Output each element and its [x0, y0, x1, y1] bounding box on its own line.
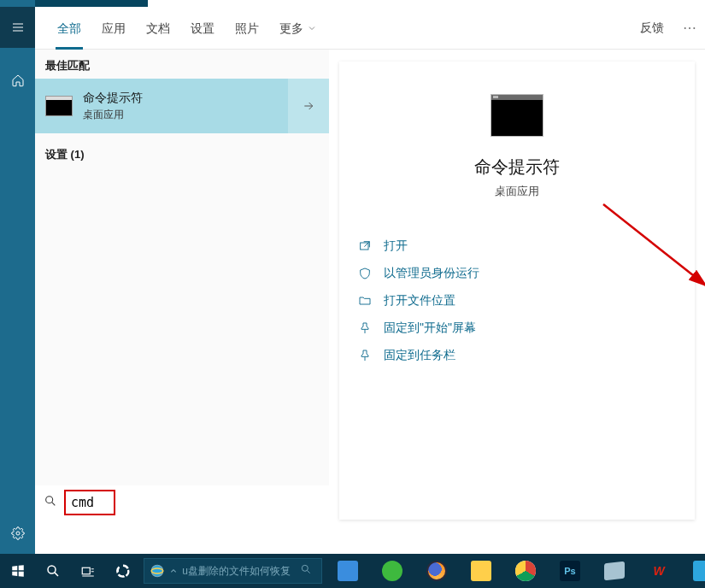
hamburger-button[interactable]	[0, 7, 35, 48]
arrow-right-icon	[302, 99, 315, 113]
folder-icon	[358, 294, 372, 308]
tab-more[interactable]: 更多	[269, 7, 327, 50]
start-button[interactable]	[0, 554, 35, 588]
taskbar-app-firefox[interactable]	[426, 561, 447, 581]
result-subtitle: 桌面应用	[83, 108, 143, 122]
feedback-link[interactable]: 反馈	[630, 21, 674, 36]
search-box-row	[35, 485, 329, 520]
group-best-match: 最佳匹配	[35, 50, 329, 79]
search-icon	[44, 494, 57, 511]
pin-icon	[358, 321, 372, 335]
ie-icon	[150, 563, 165, 579]
pin-icon	[358, 349, 372, 362]
search-results-area: 最佳匹配 命令提示符 桌面应用 设置 (1) 命令提示符 桌面应用 打	[35, 50, 705, 554]
task-view-icon	[80, 563, 96, 579]
taskbar-app-partial[interactable]	[693, 561, 705, 581]
action-pin-to-taskbar[interactable]: 固定到任务栏	[358, 348, 695, 363]
detail-title: 命令提示符	[474, 156, 560, 179]
svg-point-0	[16, 532, 20, 535]
svg-point-5	[152, 565, 164, 577]
action-open-location-label: 打开文件位置	[384, 293, 455, 309]
home-button[interactable]	[0, 60, 35, 101]
taskbar-app-chrome[interactable]	[515, 561, 536, 581]
action-pin-start-label: 固定到"开始"屏幕	[384, 320, 476, 336]
taskbar-app-360browser[interactable]	[382, 561, 402, 581]
action-pin-to-start[interactable]: 固定到"开始"屏幕	[358, 320, 695, 336]
group-settings[interactable]: 设置 (1)	[35, 133, 329, 168]
svg-point-1	[46, 497, 53, 503]
result-cmd[interactable]: 命令提示符 桌面应用	[35, 79, 329, 133]
action-open-file-location[interactable]: 打开文件位置	[358, 293, 695, 309]
taskbar-address-bar[interactable]: u盘删除的文件如何恢复	[144, 558, 322, 584]
result-detail-panel: 命令提示符 桌面应用 打开 以管理员身份运行 打开文件位置 固定到"开始"屏幕 …	[339, 62, 695, 520]
menu-icon	[11, 21, 25, 34]
results-list: 最佳匹配 命令提示符 桌面应用 设置 (1)	[35, 50, 329, 520]
detail-subtitle: 桌面应用	[495, 184, 539, 199]
spinner-icon	[115, 563, 131, 579]
svg-rect-4	[82, 567, 90, 574]
action-open-label: 打开	[384, 238, 408, 254]
tab-photos[interactable]: 照片	[225, 7, 269, 50]
open-icon	[358, 239, 372, 253]
shield-icon	[358, 267, 372, 280]
gear-icon	[11, 526, 25, 540]
windows-icon	[10, 563, 26, 579]
taskbar-app-360[interactable]	[105, 554, 140, 588]
action-pin-taskbar-label: 固定到任务栏	[384, 348, 455, 363]
svg-point-7	[302, 565, 308, 571]
taskbar: u盘删除的文件如何恢复 Ps W	[0, 554, 705, 588]
action-run-as-admin[interactable]: 以管理员身份运行	[358, 266, 695, 281]
tab-all[interactable]: 全部	[47, 7, 91, 50]
search-icon	[45, 563, 61, 579]
address-text: u盘删除的文件如何恢复	[182, 564, 291, 579]
action-open[interactable]: 打开	[358, 238, 695, 254]
tab-more-label: 更多	[279, 7, 303, 50]
result-expand-button[interactable]	[288, 79, 329, 133]
taskbar-app-notepad[interactable]	[604, 562, 625, 581]
taskbar-app-photoshop[interactable]: Ps	[560, 561, 580, 581]
tab-apps[interactable]: 应用	[91, 7, 136, 50]
result-title: 命令提示符	[83, 91, 143, 106]
chevron-down-icon	[307, 23, 317, 33]
action-run-admin-label: 以管理员身份运行	[384, 266, 479, 281]
taskbar-app-calculator[interactable]	[338, 561, 358, 581]
taskbar-search-button[interactable]	[35, 554, 70, 588]
tab-settings[interactable]: 设置	[180, 7, 225, 50]
svg-point-3	[48, 566, 56, 573]
taskbar-app-explorer[interactable]	[471, 561, 491, 581]
search-filter-tabs: 全部 应用 文档 设置 照片 更多 反馈 ⋯	[35, 7, 705, 50]
tab-documents[interactable]: 文档	[136, 7, 180, 50]
settings-gear-button[interactable]	[0, 513, 35, 554]
cmd-icon	[45, 96, 73, 116]
search-input[interactable]	[64, 490, 115, 515]
address-search-button[interactable]	[296, 563, 316, 579]
home-icon	[11, 74, 25, 87]
task-view-button[interactable]	[70, 554, 105, 588]
more-options-button[interactable]: ⋯	[674, 20, 705, 36]
app-thumbnail	[491, 94, 543, 137]
taskbar-app-wps[interactable]: W	[649, 561, 669, 581]
taskbar-pinned-apps: Ps W	[338, 561, 705, 581]
start-rail	[0, 0, 35, 554]
dropdown-up-icon	[170, 567, 177, 574]
